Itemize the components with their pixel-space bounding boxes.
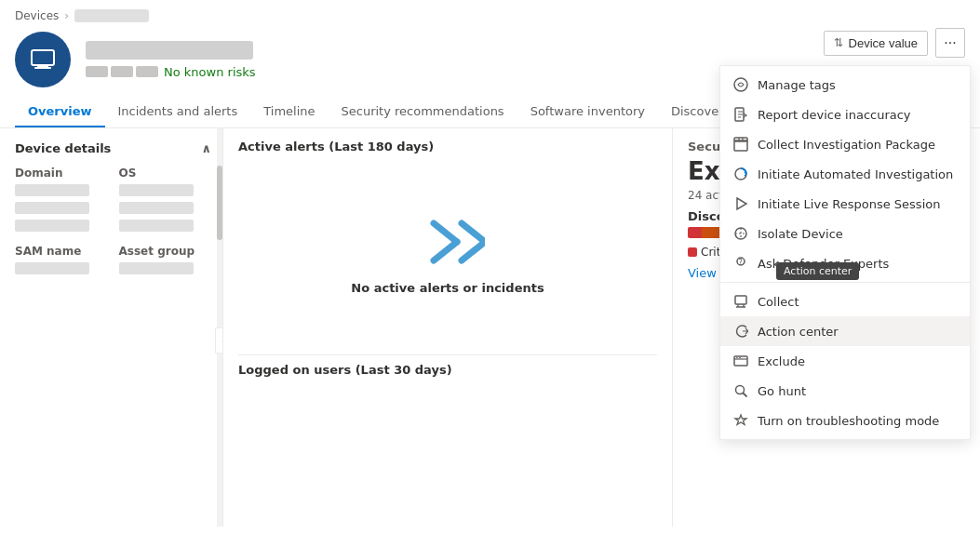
- automated-inv-icon: [733, 167, 748, 181]
- live-response-icon: [733, 196, 748, 211]
- menu-item-action-center[interactable]: Action center: [720, 316, 970, 346]
- os-value3: [119, 220, 194, 232]
- header-actions: ⇅ Device value ···: [824, 28, 965, 58]
- menu-item-collect-package[interactable]: Collect Investigation Package: [720, 129, 970, 159]
- sidebar-grid: Domain OS SAM name Asset group: [0, 163, 222, 280]
- device-value-label: Device value: [849, 36, 918, 50]
- no-known-risks-label: No known risks: [164, 65, 256, 79]
- logged-users-title: Logged on users (Last 30 days): [238, 363, 657, 377]
- laptop-icon: [28, 45, 58, 74]
- breadcrumb: Devices ›: [0, 0, 980, 28]
- exclude-icon: [733, 354, 748, 368]
- menu-item-manage-tags[interactable]: Manage tags: [720, 70, 970, 100]
- action-center-label: Action center: [758, 325, 839, 339]
- device-name: [86, 41, 253, 60]
- svg-rect-0: [32, 50, 54, 65]
- menu-item-collect[interactable]: Collect Action center: [720, 287, 970, 316]
- troubleshooting-label: Turn on troubleshooting mode: [758, 414, 939, 428]
- menu-item-live-response[interactable]: Initiate Live Response Session: [720, 189, 970, 219]
- svg-rect-2: [34, 67, 51, 69]
- ask-experts-label: Ask Defender Experts: [758, 257, 889, 271]
- domain-label: Domain: [15, 163, 104, 237]
- breadcrumb-current: [74, 9, 149, 22]
- tab-software-inventory[interactable]: Software inventory: [517, 97, 658, 127]
- critical-dot: [688, 247, 697, 257]
- device-details-sidebar: Device details ∧ Domain OS SAM name Asse: [0, 128, 223, 527]
- breadcrumb-parent[interactable]: Devices: [15, 9, 59, 22]
- automated-investigation-label: Initiate Automated Investigation: [758, 167, 953, 181]
- svg-line-6: [462, 242, 485, 260]
- os-label: OS: [119, 163, 208, 237]
- manage-tags-label: Manage tags: [758, 78, 836, 92]
- go-hunt-icon: [733, 383, 748, 398]
- sort-icon: ⇅: [834, 36, 843, 49]
- tag-icon: [733, 77, 748, 92]
- go-hunt-label: Go hunt: [758, 384, 806, 398]
- sam-value: [15, 262, 89, 274]
- menu-item-ask-experts[interactable]: ? Ask Defender Experts: [720, 248, 970, 278]
- report-icon: [733, 107, 748, 122]
- sidebar-title: Device details: [15, 141, 111, 155]
- collect-package-icon: [733, 137, 748, 152]
- tab-security-recommendations[interactable]: Security recommendations: [329, 97, 517, 127]
- tag-pill-1: [86, 66, 108, 77]
- svg-point-7: [734, 78, 747, 91]
- svg-rect-1: [37, 65, 48, 67]
- domain-value: [15, 184, 89, 196]
- sidebar-scrollbar-thumb: [217, 166, 222, 240]
- tab-incidents[interactable]: Incidents and alerts: [105, 97, 251, 127]
- svg-rect-17: [734, 356, 747, 366]
- sidebar-header: Device details ∧: [0, 138, 222, 163]
- menu-item-exclude[interactable]: Exclude: [720, 346, 970, 376]
- device-value-button[interactable]: ⇅ Device value: [824, 31, 928, 56]
- svg-text:?: ?: [739, 259, 743, 267]
- troubleshooting-icon: [733, 413, 748, 428]
- center-panel: Active alerts (Last 180 days) No active …: [223, 128, 673, 527]
- dropdown-menu: Manage tags Report device inaccuracy Col…: [719, 65, 971, 440]
- menu-item-go-hunt[interactable]: Go hunt: [720, 376, 970, 406]
- asset-group-label: Asset group: [119, 241, 208, 280]
- collect-label: Collect: [758, 295, 799, 309]
- active-alerts-title: Active alerts (Last 180 days): [238, 140, 657, 153]
- svg-point-18: [736, 357, 738, 359]
- svg-line-3: [434, 223, 457, 242]
- sidebar-collapse-button[interactable]: ‹: [215, 327, 223, 354]
- svg-line-5: [462, 223, 485, 242]
- isolate-device-label: Isolate Device: [758, 227, 843, 241]
- isolate-icon: [733, 226, 748, 241]
- tag-pill-3: [136, 66, 158, 77]
- sam-label: SAM name: [15, 241, 104, 280]
- collapse-icon[interactable]: ∧: [201, 141, 211, 155]
- svg-line-4: [434, 242, 457, 260]
- svg-rect-16: [735, 296, 746, 304]
- ask-experts-icon: ?: [733, 256, 748, 271]
- vuln-bar-critical: [688, 227, 702, 238]
- no-alerts-icon: [410, 214, 485, 270]
- exclude-label: Exclude: [758, 354, 805, 368]
- os-value2: [119, 202, 194, 214]
- svg-rect-10: [734, 138, 747, 141]
- menu-item-isolate-device[interactable]: Isolate Device: [720, 219, 970, 248]
- menu-divider: [720, 282, 970, 283]
- more-options-button[interactable]: ···: [935, 28, 965, 58]
- device-avatar: [15, 32, 71, 87]
- collect-icon: [733, 294, 748, 309]
- menu-item-troubleshooting[interactable]: Turn on troubleshooting mode: [720, 406, 970, 435]
- tab-overview[interactable]: Overview: [15, 97, 105, 127]
- menu-item-report-inaccuracy[interactable]: Report device inaccuracy: [720, 100, 970, 129]
- domain-value3: [15, 220, 89, 232]
- report-inaccuracy-label: Report device inaccuracy: [758, 108, 911, 122]
- live-response-label: Initiate Live Response Session: [758, 197, 940, 211]
- tag-pills: [86, 66, 158, 77]
- no-alerts-text: No active alerts or incidents: [351, 281, 544, 295]
- breadcrumb-chevron: ›: [64, 9, 69, 22]
- empty-state: No active alerts or incidents: [238, 161, 657, 347]
- collect-package-label: Collect Investigation Package: [758, 138, 935, 152]
- os-value: [119, 184, 194, 196]
- tab-timeline[interactable]: Timeline: [250, 97, 328, 127]
- svg-point-19: [739, 357, 741, 359]
- menu-item-automated-investigation[interactable]: Initiate Automated Investigation: [720, 159, 970, 189]
- tag-pill-2: [111, 66, 133, 77]
- svg-marker-12: [737, 198, 746, 209]
- asset-group-value: [119, 262, 194, 274]
